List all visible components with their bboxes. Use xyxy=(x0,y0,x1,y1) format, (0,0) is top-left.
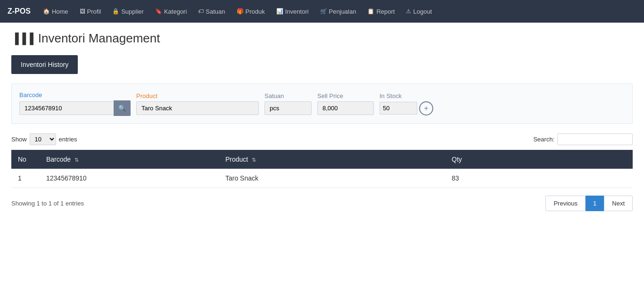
show-entries: Show 10 25 50 100 entries xyxy=(11,133,77,145)
filter-satuan-label: Satuan xyxy=(264,92,312,99)
table-body: 1 12345678910 Taro Snack 83 xyxy=(11,169,633,188)
cell-barcode: 12345678910 xyxy=(40,169,219,188)
cell-product: Taro Snack xyxy=(219,169,445,188)
produk-icon: 🎁 xyxy=(237,8,244,15)
page-title-area: ▐▐▐ Inventori Management xyxy=(0,23,644,50)
barcode-search-button[interactable]: 🔍 xyxy=(114,100,131,116)
search-input[interactable] xyxy=(557,133,633,145)
pagination: Previous 1 Next xyxy=(545,196,633,211)
report-icon: 📋 xyxy=(367,8,374,15)
col-qty: Qty xyxy=(445,150,633,169)
brand: Z-POS xyxy=(8,7,31,16)
filter-in-stock-label: In Stock xyxy=(380,92,433,99)
sell-price-input[interactable] xyxy=(317,101,374,115)
nav-supplier[interactable]: 🔒 Supplier xyxy=(107,5,149,18)
nav-penjualan[interactable]: 🛒 Penjualan xyxy=(315,5,361,18)
barcode-input[interactable] xyxy=(19,101,114,115)
entries-select[interactable]: 10 25 50 100 xyxy=(30,133,56,145)
logout-icon: ⚠ xyxy=(406,8,411,15)
inventori-icon: 📊 xyxy=(276,8,283,15)
kategori-icon: 🔖 xyxy=(155,8,162,15)
table-header: No Barcode ⇅ Product ⇅ Qty xyxy=(11,150,633,169)
barcode-sort-icon: ⇅ xyxy=(74,157,79,163)
satuan-icon: 🏷 xyxy=(198,8,204,15)
in-stock-input[interactable] xyxy=(380,102,417,115)
search-box: Search: xyxy=(533,133,633,145)
col-product[interactable]: Product ⇅ xyxy=(219,150,445,169)
prev-button[interactable]: Previous xyxy=(545,196,586,211)
page-1-button[interactable]: 1 xyxy=(586,196,604,211)
filter-satuan-col: Satuan xyxy=(264,92,312,115)
show-label: Show xyxy=(11,136,27,143)
page-title: Inventori Management xyxy=(38,31,160,46)
navbar: Z-POS 🏠 Home 🖼 Profil 🔒 Supplier 🔖 Kateg… xyxy=(0,0,644,23)
filter-in-stock-col: In Stock + xyxy=(380,92,433,115)
data-table: No Barcode ⇅ Product ⇅ Qty 1 12345678910 xyxy=(11,150,633,188)
nav-satuan[interactable]: 🏷 Satuan xyxy=(193,5,230,18)
nav-logout[interactable]: ⚠ Logout xyxy=(401,5,437,18)
col-barcode[interactable]: Barcode ⇅ xyxy=(40,150,219,169)
table-row: 1 12345678910 Taro Snack 83 xyxy=(11,169,633,188)
product-input[interactable] xyxy=(136,101,259,115)
profil-icon: 🖼 xyxy=(80,8,85,15)
add-stock-button[interactable]: + xyxy=(419,101,433,115)
filter-row: Barcode 🔍 Product Satuan Sell Price In S… xyxy=(11,83,633,124)
nav-kategori[interactable]: 🔖 Kategori xyxy=(150,5,191,18)
nav-profil[interactable]: 🖼 Profil xyxy=(75,5,106,18)
next-button[interactable]: Next xyxy=(604,196,633,211)
satuan-input[interactable] xyxy=(264,101,312,115)
cell-no: 1 xyxy=(11,169,40,188)
page-title-icon: ▐▐▐ xyxy=(11,33,33,45)
col-no: No xyxy=(11,150,40,169)
filter-sell-price-label: Sell Price xyxy=(317,92,374,99)
filter-product-col: Product xyxy=(136,92,259,115)
filter-barcode-label: Barcode xyxy=(19,91,131,99)
penjualan-icon: 🛒 xyxy=(320,8,327,15)
pagination-area: Showing 1 to 1 of 1 entries Previous 1 N… xyxy=(11,196,633,211)
nav-home[interactable]: 🏠 Home xyxy=(38,5,73,18)
showing-text: Showing 1 to 1 of 1 entries xyxy=(11,200,84,207)
datatable-controls: Show 10 25 50 100 entries Search: xyxy=(11,133,633,145)
search-label: Search: xyxy=(533,136,554,143)
filter-barcode-col: Barcode 🔍 xyxy=(19,91,131,116)
content-area: Inventori History Barcode 🔍 Product Satu… xyxy=(0,50,644,222)
inventori-history-button[interactable]: Inventori History xyxy=(11,55,78,74)
product-sort-icon: ⇅ xyxy=(252,157,256,163)
cell-qty: 83 xyxy=(445,169,633,188)
entries-label: entries xyxy=(59,136,77,143)
stock-input-group: + xyxy=(380,101,433,115)
nav-inventori[interactable]: 📊 Inventori xyxy=(272,5,314,18)
nav-report[interactable]: 📋 Report xyxy=(363,5,399,18)
supplier-icon: 🔒 xyxy=(112,8,119,15)
barcode-input-group: 🔍 xyxy=(19,100,131,116)
filter-product-label: Product xyxy=(136,92,259,99)
nav-produk[interactable]: 🎁 Produk xyxy=(232,5,270,18)
filter-sell-price-col: Sell Price xyxy=(317,92,374,115)
home-icon: 🏠 xyxy=(43,8,50,15)
